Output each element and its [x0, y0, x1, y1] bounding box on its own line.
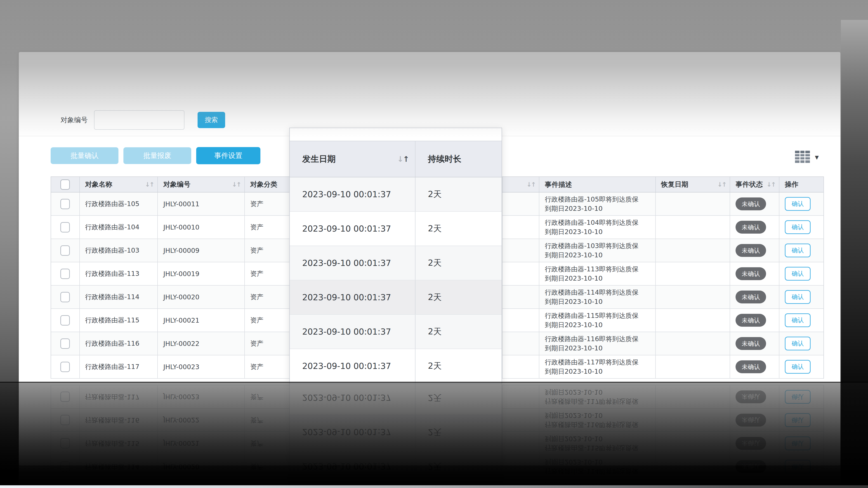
event-desc-cell: 行政楼路由器-117即将到达质保到期日2023-10-10 — [539, 355, 655, 378]
status-badge: 未确认 — [736, 197, 766, 210]
object-name-cell: 行政楼路由器-103 — [79, 239, 158, 262]
hidden-cell — [502, 332, 539, 355]
column-header-event-status[interactable]: 事件状态 ↓↑ — [730, 177, 779, 192]
occur-date-cell: 2023-09-10 00:01:37 — [290, 246, 415, 280]
panel-row: 2023-09-10 00:01:37 2天 — [290, 281, 502, 315]
column-header-object-code[interactable]: 对象编号 ↓↑ — [157, 177, 244, 192]
select-all-checkbox[interactable] — [60, 180, 70, 190]
occur-date-cell: 2023-09-10 00:01:37 — [290, 212, 415, 246]
panel-top-padding — [290, 128, 502, 141]
hidden-cell — [502, 216, 539, 238]
status-badge: 未确认 — [736, 267, 766, 280]
object-code-cell: JHLY-00009 — [157, 239, 244, 262]
object-code-cell: JHLY-00020 — [157, 286, 244, 308]
object-code-cell: JHLY-00023 — [157, 355, 244, 378]
event-desc-cell: 行政楼路由器-114即将到达质保到期日2023-10-10 — [539, 286, 655, 308]
row-checkbox[interactable] — [60, 199, 70, 209]
object-code-cell: JHLY-00019 — [157, 262, 244, 285]
toolbar: 批量确认 批量报废 事件设置 — [51, 147, 260, 164]
sort-icon[interactable]: ↓↑ — [397, 155, 409, 164]
confirm-button[interactable]: 确认 — [785, 197, 811, 211]
object-name-cell: 行政楼路由器-113 — [79, 262, 158, 285]
object-name-cell: 行政楼路由器-117 — [79, 355, 158, 378]
status-badge: 未确认 — [736, 337, 766, 350]
duration-cell: 2天 — [415, 177, 502, 211]
duration-cell: 2天 — [415, 212, 502, 246]
sort-icon[interactable]: ↓↑ — [717, 181, 726, 188]
object-code-cell: JHLY-00011 — [157, 193, 244, 215]
status-badge: 未确认 — [736, 314, 766, 327]
search-input[interactable] — [94, 110, 184, 130]
confirm-button[interactable]: 确认 — [785, 220, 811, 234]
view-toggle-button[interactable]: ▾ — [795, 149, 819, 165]
occur-date-cell: 2023-09-10 00:01:37 — [290, 281, 415, 314]
event-settings-button[interactable]: 事件设置 — [196, 147, 260, 164]
recover-date-cell — [655, 239, 730, 262]
duration-cell: 2天 — [415, 315, 502, 349]
row-checkbox[interactable] — [60, 362, 70, 372]
status-badge: 未确认 — [736, 221, 766, 234]
status-badge: 未确认 — [736, 360, 766, 373]
row-checkbox[interactable] — [60, 222, 70, 232]
panel-row: 2023-09-10 00:01:37 2天 — [290, 349, 502, 383]
sort-icon[interactable]: ↓↑ — [767, 181, 775, 188]
recover-date-cell — [655, 286, 730, 308]
column-header-occur-date[interactable]: 发生日期 ↓↑ — [290, 141, 415, 177]
confirm-button[interactable]: 确认 — [785, 313, 811, 327]
panel-header-row: 发生日期 ↓↑ 持续时长 — [290, 141, 502, 177]
row-checkbox[interactable] — [60, 269, 70, 279]
panel-row: 2023-09-10 00:01:37 2天 — [290, 212, 502, 246]
occur-date-cell: 2023-09-10 00:01:37 — [290, 315, 415, 349]
status-badge: 未确认 — [736, 244, 766, 257]
object-name-cell: 行政楼路由器-104 — [79, 216, 158, 238]
recover-date-cell — [655, 332, 730, 355]
column-header-object-name[interactable]: 对象名称 ↓↑ — [79, 177, 158, 192]
floating-column-panel: 发生日期 ↓↑ 持续时长 2023-09-10 00:01:37 2天 2023… — [289, 128, 502, 384]
object-name-cell: 行政楼路由器-115 — [79, 309, 158, 332]
chevron-down-icon: ▾ — [815, 153, 819, 162]
occur-date-cell: 2023-09-10 00:01:37 — [290, 349, 415, 383]
status-badge: 未确认 — [736, 291, 766, 303]
batch-confirm-button[interactable]: 批量确认 — [51, 147, 119, 164]
row-checkbox[interactable] — [60, 315, 70, 326]
search-bar: 对象编号 搜索 — [61, 110, 225, 130]
hidden-cell — [502, 309, 539, 332]
confirm-button[interactable]: 确认 — [785, 267, 811, 281]
hidden-cell — [502, 262, 539, 285]
row-checkbox[interactable] — [60, 292, 70, 302]
sort-icon[interactable]: ↓↑ — [526, 181, 535, 188]
sort-icon[interactable]: ↓↑ — [232, 181, 241, 188]
hidden-cell — [502, 355, 539, 378]
column-header-duration[interactable]: 持续时长 — [415, 141, 502, 177]
duration-cell: 2天 — [415, 246, 502, 280]
confirm-button[interactable]: 确认 — [785, 243, 811, 257]
event-desc-cell: 行政楼路由器-103即将到达质保到期日2023-10-10 — [539, 239, 655, 262]
confirm-button[interactable]: 确认 — [785, 360, 811, 374]
hidden-cell — [502, 193, 539, 215]
sort-icon[interactable]: ↓↑ — [145, 181, 154, 188]
recover-date-cell — [655, 355, 730, 378]
event-desc-cell: 行政楼路由器-113即将到达质保到期日2023-10-10 — [539, 262, 655, 285]
confirm-button[interactable]: 确认 — [785, 337, 811, 350]
panel-row: 2023-09-10 00:01:37 2天 — [290, 177, 502, 212]
object-name-cell: 行政楼路由器-114 — [79, 286, 158, 308]
hidden-cell — [502, 286, 539, 308]
duration-cell: 2天 — [415, 281, 502, 314]
search-button[interactable]: 搜索 — [197, 112, 225, 128]
batch-scrap-button[interactable]: 批量报废 — [123, 147, 191, 164]
panel-row: 2023-09-10 00:01:37 2天 — [290, 315, 502, 349]
object-name-cell: 行政楼路由器-105 — [79, 193, 158, 215]
event-desc-cell: 行政楼路由器-115即将到达质保到期日2023-10-10 — [539, 309, 655, 332]
column-header-hidden[interactable]: ↓↑ — [502, 177, 539, 192]
duration-cell: 2天 — [415, 349, 502, 383]
row-checkbox[interactable] — [60, 246, 70, 256]
event-desc-cell: 行政楼路由器-116即将到达质保到期日2023-10-10 — [539, 332, 655, 355]
grid-view-icon — [795, 151, 810, 164]
row-checkbox[interactable] — [60, 338, 70, 349]
object-code-cell: JHLY-00022 — [157, 332, 244, 355]
column-header-event-desc: 事件描述 — [539, 177, 655, 192]
confirm-button[interactable]: 确认 — [785, 290, 811, 304]
event-desc-cell: 行政楼路由器-105即将到达质保到期日2023-10-10 — [539, 193, 655, 215]
recover-date-cell — [655, 193, 730, 215]
column-header-recover-date[interactable]: 恢复日期 ↓↑ — [655, 177, 730, 192]
